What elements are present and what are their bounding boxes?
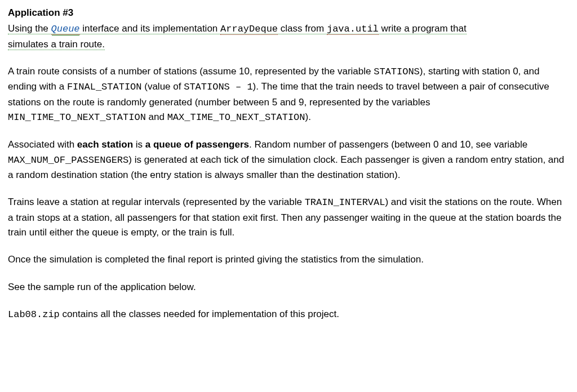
intro-text-1: Using the (8, 23, 51, 34)
stations-code: STATIONS (374, 66, 420, 77)
intro-line-1: Using the Queue interface and its implem… (8, 23, 467, 34)
intro-paragraph: Using the Queue interface and its implem… (8, 21, 569, 52)
intro-text-3: class from (278, 23, 327, 34)
final-station-code: FINAL_STATION (67, 82, 142, 92)
intro-text-2: interface and its implementation (80, 23, 220, 34)
p1-text-f: ). (305, 112, 311, 122)
arraydeque-code: ArrayDeque (220, 24, 278, 35)
queue-code: Queue (51, 24, 80, 35)
max-time-code: MAX_TIME_TO_NEXT_STATION (167, 112, 305, 123)
paragraph-stations: A train route consists of a number of st… (8, 64, 569, 125)
train-interval-code: TRAIN_INTERVAL (305, 197, 385, 208)
paragraph-passengers: Associated with each station is a queue … (8, 137, 569, 182)
p1-text-e: and (146, 112, 167, 122)
p6-text-a: contains all the classes needed for impl… (60, 309, 339, 319)
intro-text-4: write a program that (379, 23, 467, 34)
lab-zip-code: Lab08.zip (8, 309, 60, 320)
javautil-code: java.util (327, 24, 379, 35)
p2-text-a: Associated with (8, 139, 77, 150)
paragraph-trains: Trains leave a station at regular interv… (8, 195, 569, 240)
max-passengers-code: MAX_NUM_OF_PASSENGERS (8, 155, 128, 166)
stations-minus-one-code: STATIONS – 1 (184, 82, 252, 92)
paragraph-zip: Lab08.zip contains all the classes neede… (8, 307, 569, 322)
p3-text-a: Trains leave a station at regular interv… (8, 197, 305, 207)
p2-text-b: is (133, 139, 145, 150)
min-time-code: MIN_TIME_TO_NEXT_STATION (8, 112, 146, 123)
queue-of-passengers-bold: a queue of passengers (145, 139, 249, 150)
each-station-bold: each station (77, 139, 133, 150)
p1-text-c: (value of (142, 81, 184, 92)
paragraph-report: Once the simulation is completed the fin… (8, 252, 569, 267)
paragraph-sample-run: See the sample run of the application be… (8, 280, 569, 295)
intro-line-2: simulates a train route. (8, 39, 105, 50)
p1-text-a: A train route consists of a number of st… (8, 66, 374, 77)
p2-text-c: . Random number of passengers (between 0… (249, 139, 527, 150)
application-title: Application #3 (8, 6, 569, 20)
